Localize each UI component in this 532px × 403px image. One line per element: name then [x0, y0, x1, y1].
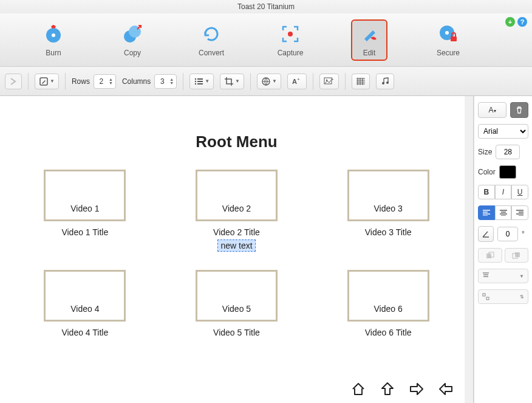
font-size-input[interactable]: [496, 145, 520, 159]
svg-rect-14: [197, 83, 203, 84]
edit-menu-button[interactable]: ▼: [35, 74, 59, 89]
video-title[interactable]: Video 3 Title: [365, 227, 412, 237]
font-style-segment: B I U: [478, 185, 528, 199]
convert-icon: [200, 23, 222, 45]
distribute-select[interactable]: ⇅: [478, 289, 528, 304]
toolbar-edit[interactable]: Edit: [351, 19, 387, 61]
forward-button[interactable]: [5, 74, 22, 89]
add-icon[interactable]: +: [505, 17, 515, 27]
edit-icon: [358, 23, 380, 45]
canvas[interactable]: Root Menu Video 1 Video 1 Title Video 2 …: [0, 96, 474, 403]
svg-point-11: [195, 80, 196, 81]
bold-button[interactable]: B: [478, 185, 495, 199]
video-thumbnail[interactable]: Video 6: [347, 270, 429, 322]
columns-control: Columns 3 ▲▼: [122, 74, 177, 89]
chevron-down-icon: ▼: [519, 274, 524, 279]
toolbar-convert[interactable]: Convert: [193, 23, 230, 57]
video-thumbnail[interactable]: Video 2: [196, 170, 278, 221]
video-thumbnail[interactable]: Video 4: [44, 270, 126, 322]
nav-back-button[interactable]: [437, 380, 455, 398]
page-title[interactable]: Root Menu: [18, 133, 455, 151]
grid-cell: Video 3 Video 3 Title: [339, 170, 437, 252]
window-title: Toast 20 Titanium: [237, 2, 295, 11]
nav-forward-button[interactable]: [408, 380, 426, 398]
add-text-button[interactable]: A+: [287, 74, 307, 89]
video-title[interactable]: Video 6 Title: [365, 328, 412, 337]
svg-point-6: [445, 31, 449, 35]
svg-point-9: [195, 78, 196, 79]
chevron-down-icon: ▼: [50, 78, 55, 84]
chevron-down-icon: ▼: [235, 78, 240, 84]
svg-text:+: +: [297, 77, 300, 82]
music-button[interactable]: [376, 74, 394, 89]
vertical-align-select[interactable]: ▼: [478, 269, 528, 283]
rows-control: Rows 2 ▲▼: [72, 74, 116, 89]
toolbar-convert-label: Convert: [199, 49, 224, 57]
align-center-button[interactable]: [495, 205, 512, 220]
svg-text:A: A: [292, 78, 297, 85]
help-icon[interactable]: ?: [517, 17, 527, 27]
video-title[interactable]: Video 5 Title: [213, 328, 260, 337]
toolbar-secure-label: Secure: [437, 49, 460, 57]
editing-text-box[interactable]: new text: [217, 239, 255, 252]
capture-icon: [279, 23, 301, 45]
align-left-button[interactable]: [478, 205, 495, 220]
svg-rect-10: [197, 78, 203, 80]
italic-button[interactable]: I: [495, 185, 512, 199]
svg-text:+: +: [331, 77, 334, 82]
chevron-down-icon: ▼: [272, 78, 277, 84]
chevron-down-icon: ▼: [205, 78, 210, 84]
toolbar-edit-label: Edit: [363, 49, 376, 57]
texture-button[interactable]: [352, 74, 370, 89]
inspector-panel: A▾ Arial Size Color B I U: [474, 96, 532, 403]
delete-style-button[interactable]: [510, 102, 528, 118]
video-title[interactable]: Video 2 Title: [213, 227, 260, 237]
secure-icon: [437, 23, 459, 45]
video-thumbnail[interactable]: Video 5: [196, 270, 278, 322]
scrollbar[interactable]: [465, 96, 473, 403]
valign-icon: [482, 272, 489, 280]
toolbar-copy[interactable]: Copy: [114, 23, 151, 57]
titlebar: Toast 20 Titanium: [0, 0, 532, 13]
grid-cell: Video 2 Video 2 Title new text: [188, 170, 285, 252]
video-thumbnail[interactable]: Video 3: [347, 170, 429, 221]
list-style-button[interactable]: ▼: [189, 74, 214, 89]
svg-point-4: [288, 32, 293, 36]
send-backward-button[interactable]: [505, 248, 529, 263]
color-label: Color: [478, 168, 496, 176]
nav-home-button[interactable]: [349, 380, 367, 398]
video-thumbnail[interactable]: Video 1: [44, 170, 126, 221]
angle-icon-button[interactable]: [478, 226, 494, 242]
angle-input[interactable]: [497, 227, 518, 241]
toolbar-capture-label: Capture: [278, 49, 304, 57]
text-style-icon: A▾: [488, 106, 496, 114]
toolbar-capture[interactable]: Capture: [272, 23, 309, 57]
bring-forward-button[interactable]: [478, 248, 502, 263]
columns-stepper[interactable]: 3 ▲▼: [154, 74, 177, 89]
svg-point-1: [52, 33, 55, 37]
nav-buttons: [349, 380, 455, 398]
grid-cell: Video 5 Video 5 Title: [188, 270, 285, 337]
svg-rect-27: [483, 294, 485, 296]
svg-rect-7: [451, 36, 457, 41]
crop-button[interactable]: ▼: [220, 74, 244, 89]
content-area: Root Menu Video 1 Video 1 Title Video 2 …: [0, 96, 532, 403]
rows-stepper[interactable]: 2 ▲▼: [94, 74, 116, 89]
underline-button[interactable]: U: [511, 185, 528, 199]
rows-label: Rows: [72, 77, 90, 86]
globe-button[interactable]: ▼: [257, 74, 281, 89]
font-family-select[interactable]: Arial: [478, 124, 528, 139]
toolbar-secure[interactable]: Secure: [430, 23, 466, 57]
svg-point-22: [386, 81, 389, 84]
add-image-button[interactable]: +: [319, 74, 339, 89]
align-right-button[interactable]: [511, 205, 528, 220]
nav-up-button[interactable]: [378, 380, 397, 398]
color-swatch[interactable]: [499, 165, 516, 179]
toolbar-burn[interactable]: Burn: [35, 23, 72, 57]
text-style-button[interactable]: A▾: [478, 102, 506, 118]
size-label: Size: [478, 148, 492, 156]
video-title[interactable]: Video 4 Title: [61, 328, 108, 337]
copy-icon: [121, 23, 143, 45]
video-title[interactable]: Video 1 Title: [61, 227, 108, 237]
toolbar-burn-label: Burn: [46, 49, 61, 57]
